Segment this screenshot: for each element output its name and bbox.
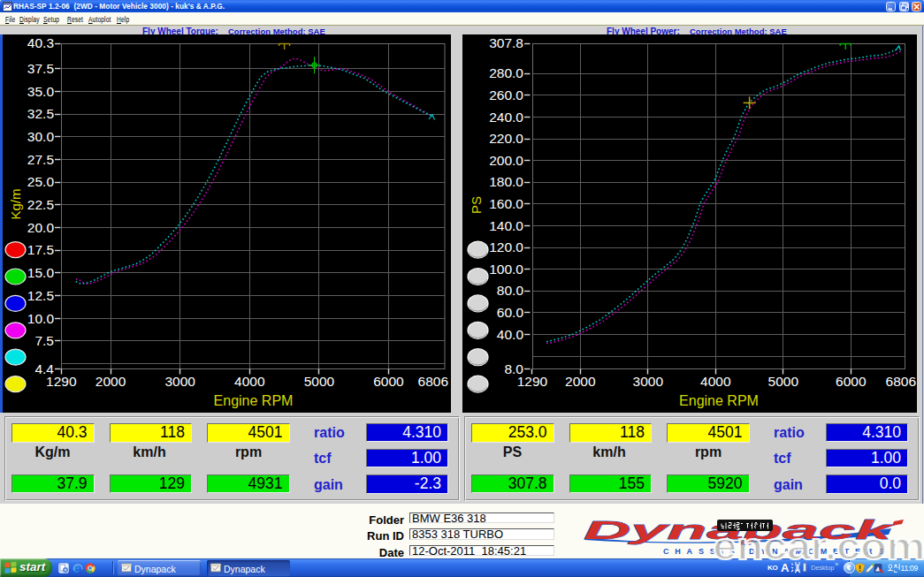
svg-text:37.5: 37.5 — [27, 61, 54, 76]
svg-text:22.5: 22.5 — [27, 197, 54, 212]
svg-text:60.0: 60.0 — [497, 305, 524, 320]
svg-text:Kg/m: Kg/m — [8, 188, 23, 219]
svg-text:12.5: 12.5 — [27, 288, 54, 303]
svg-text:1290: 1290 — [517, 374, 548, 389]
svg-text:32.5: 32.5 — [27, 106, 54, 121]
svg-text:6806: 6806 — [418, 374, 448, 389]
svg-text:25.0: 25.0 — [27, 174, 55, 189]
svg-text:Engine RPM: Engine RPM — [214, 393, 294, 408]
svg-text:40.3: 40.3 — [27, 35, 54, 50]
svg-text:27.5: 27.5 — [27, 152, 54, 167]
svg-text:2000: 2000 — [565, 374, 596, 389]
svg-text:3000: 3000 — [633, 374, 664, 389]
svg-text:5000: 5000 — [304, 374, 335, 389]
svg-text:307.8: 307.8 — [489, 35, 523, 50]
svg-text:3000: 3000 — [164, 374, 195, 389]
svg-text:120.0: 120.0 — [489, 239, 523, 254]
svg-text:200.0: 200.0 — [489, 153, 523, 168]
svg-text:35.0: 35.0 — [27, 84, 55, 99]
svg-text:1290: 1290 — [46, 374, 77, 389]
svg-text:80.0: 80.0 — [497, 283, 524, 298]
svg-text:2000: 2000 — [95, 374, 126, 389]
svg-text:140.0: 140.0 — [489, 218, 523, 233]
svg-text:160.0: 160.0 — [489, 196, 523, 211]
svg-text:6000: 6000 — [836, 374, 867, 389]
svg-text:4000: 4000 — [700, 374, 731, 389]
svg-text:280.0: 280.0 — [489, 65, 523, 80]
svg-text:100.0: 100.0 — [489, 262, 523, 277]
svg-text:10.0: 10.0 — [27, 311, 55, 326]
svg-text:30.0: 30.0 — [27, 129, 55, 144]
svg-text:240.0: 240.0 — [489, 110, 523, 125]
svg-text:6000: 6000 — [373, 374, 404, 389]
svg-text:6806: 6806 — [886, 374, 916, 389]
svg-text:15.0: 15.0 — [27, 265, 55, 280]
svg-text:4000: 4000 — [234, 374, 265, 389]
svg-text:PS: PS — [469, 196, 484, 214]
svg-text:Engine RPM: Engine RPM — [679, 393, 759, 408]
svg-text:40.0: 40.0 — [497, 327, 524, 342]
svg-text:220.0: 220.0 — [489, 131, 523, 146]
svg-text:20.0: 20.0 — [27, 220, 55, 235]
svg-text:5000: 5000 — [768, 374, 799, 389]
svg-text:180.0: 180.0 — [489, 174, 523, 189]
svg-text:17.5: 17.5 — [27, 242, 54, 257]
svg-text:7.5: 7.5 — [34, 333, 54, 348]
svg-text:260.0: 260.0 — [489, 87, 523, 102]
